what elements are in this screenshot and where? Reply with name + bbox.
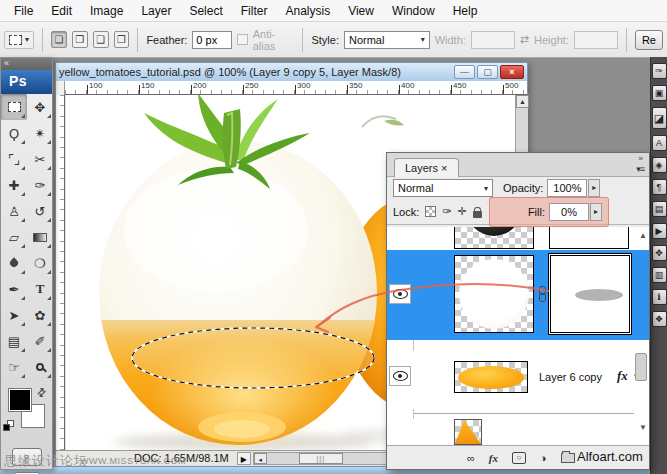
intersect-selection-button[interactable]: ❒ <box>114 31 130 48</box>
opacity-value[interactable]: 100% <box>547 179 587 197</box>
add-selection-button[interactable]: ❐ <box>72 31 88 48</box>
new-group-icon[interactable] <box>561 453 575 463</box>
zoom-tool[interactable] <box>27 354 53 380</box>
swatches-panel-icon[interactable]: ◪ <box>652 107 667 129</box>
menu-window[interactable]: Window <box>384 2 443 20</box>
layer-mask-thumbnail[interactable] <box>549 227 629 249</box>
panel-menu-icon[interactable]: ▾≡ <box>636 164 644 174</box>
actions-panel-icon[interactable]: ▶ <box>652 223 667 239</box>
blend-mode-dropdown[interactable]: Normal ▾ <box>393 179 493 197</box>
selected-layer-row[interactable] <box>387 250 649 340</box>
lock-all-icon[interactable] <box>473 211 482 218</box>
tool-preset-picker[interactable]: ▾ <box>4 31 34 49</box>
menu-select[interactable]: Select <box>181 2 230 20</box>
layer-thumbnail[interactable] <box>454 255 534 333</box>
gradient-tool[interactable] <box>27 224 53 250</box>
layer-thumbnail[interactable] <box>454 361 528 393</box>
swap-colors-icon[interactable]: ⇄ <box>34 385 50 401</box>
custom-shape-tool[interactable]: ✿ <box>27 302 53 328</box>
hand-tool[interactable]: ☞ <box>1 354 27 380</box>
healing-brush-tool[interactable]: ✚ <box>1 172 27 198</box>
dodge-tool[interactable]: ❍ <box>27 250 53 276</box>
move-tool[interactable]: ✥ <box>27 94 53 120</box>
new-selection-button[interactable]: ❏ <box>51 31 67 48</box>
scrollbar-thumb[interactable]: ||| <box>299 453 343 464</box>
layer6-row[interactable]: Layer 6 copy fx ▾ <box>387 351 649 409</box>
notes-tool[interactable]: ▤ <box>1 328 27 354</box>
slice-tool[interactable]: ✂ <box>27 146 53 172</box>
clone-stamp-tool[interactable]: ♙ <box>1 198 27 224</box>
scroll-left-icon[interactable]: ◂ <box>254 453 267 464</box>
character-panel-icon[interactable]: A <box>652 135 667 151</box>
adjustment-layer-icon[interactable]: ◑ <box>540 452 547 464</box>
menu-edit[interactable]: Edit <box>43 2 80 20</box>
layer-thumbnail[interactable] <box>454 227 534 249</box>
close-button[interactable]: × <box>500 65 524 79</box>
info-panel-icon[interactable]: ℹ <box>652 289 667 305</box>
minimize-button[interactable]: — <box>454 65 475 79</box>
foreground-color-swatch[interactable] <box>8 388 32 412</box>
navigator-panel-icon[interactable]: ✥ <box>652 245 667 261</box>
visibility-cell[interactable] <box>389 366 411 386</box>
lock-pixels-icon[interactable]: ✑ <box>442 205 451 218</box>
visibility-cell[interactable] <box>389 284 411 304</box>
layer-style-icon[interactable]: fx <box>489 452 498 464</box>
status-menu-arrow[interactable]: ▶ <box>237 452 251 465</box>
layer-row-partial-bottom[interactable] <box>387 419 649 445</box>
menu-layer[interactable]: Layer <box>133 2 179 20</box>
scroll-up-icon[interactable]: ▲ <box>516 95 529 108</box>
opacity-slider-arrow[interactable]: ▸ <box>588 179 600 197</box>
subtract-selection-button[interactable]: ❑ <box>93 31 109 48</box>
lock-transparency-icon[interactable] <box>425 206 436 217</box>
default-colors-icon[interactable] <box>3 420 15 432</box>
eraser-tool[interactable]: ▱ <box>1 224 27 250</box>
fill-slider-arrow[interactable]: ▸ <box>590 203 602 221</box>
clone-source-panel-icon[interactable]: ▣ <box>652 85 667 101</box>
layers-scrollbar[interactable]: ▲ ▼ <box>633 227 647 445</box>
refine-edge-button[interactable]: Re <box>635 30 663 50</box>
layers-tab[interactable]: Layers × <box>394 158 459 177</box>
lasso-tool[interactable]: Ϙ <box>1 120 27 146</box>
brushes-panel-icon[interactable]: ✑ <box>652 63 667 79</box>
style-dropdown[interactable]: Normal ▾ <box>344 31 430 49</box>
blur-tool[interactable] <box>1 250 27 276</box>
scroll-up-icon[interactable]: ▲ <box>639 231 647 240</box>
document-title-bar[interactable]: yellow_tomatoes_tutorial.psd @ 100% (Lay… <box>56 63 527 81</box>
layer-fx-badge[interactable]: fx <box>617 368 628 384</box>
menu-help[interactable]: Help <box>445 2 486 20</box>
toolbox-collapse-button[interactable]: « <box>1 58 52 70</box>
histogram-panel-icon[interactable]: ▥ <box>652 267 667 283</box>
magic-wand-tool[interactable]: ✴ <box>27 120 53 146</box>
rectangular-marquee-tool[interactable] <box>1 94 27 120</box>
maximize-button[interactable]: ▢ <box>477 65 498 79</box>
menu-view[interactable]: View <box>340 2 382 20</box>
menu-filter[interactable]: Filter <box>233 2 276 20</box>
brush-tool[interactable]: ✑ <box>27 172 53 198</box>
menu-file[interactable]: File <box>6 2 41 20</box>
layer-row-partial-top[interactable] <box>387 227 649 250</box>
scroll-down-icon[interactable]: ▼ <box>639 423 647 432</box>
fill-value[interactable]: 0% <box>549 203 589 221</box>
styles-panel-icon[interactable]: ◈ <box>652 157 667 173</box>
menu-analysis[interactable]: Analysis <box>277 2 338 20</box>
add-layer-mask-icon[interactable]: ○ <box>512 452 526 464</box>
path-selection-tool[interactable]: ➤ <box>1 302 27 328</box>
type-tool[interactable]: T <box>27 276 53 302</box>
link-layers-icon[interactable]: ∞ <box>467 452 475 464</box>
layer-thumbnail[interactable] <box>454 419 482 445</box>
layer-comps-panel-icon[interactable]: ▤ <box>652 201 667 217</box>
elliptical-selection[interactable] <box>132 328 374 388</box>
lock-position-icon[interactable]: ✛ <box>458 205 467 218</box>
antialias-checkbox[interactable] <box>237 34 247 45</box>
history-brush-tool[interactable]: ↺ <box>27 198 53 224</box>
layer-name[interactable]: Layer 6 copy <box>539 371 602 383</box>
eyedropper-tool[interactable]: ✐ <box>27 328 53 354</box>
panel-collapse-icon[interactable]: » <box>639 154 643 163</box>
color-panel-icon[interactable]: ❖ <box>652 311 667 327</box>
pen-tool[interactable]: ✒ <box>1 276 27 302</box>
scrollbar-thumb[interactable] <box>635 353 647 381</box>
layer-mask-thumbnail[interactable] <box>550 255 630 333</box>
crop-tool[interactable]: ⌜⌟ <box>1 146 27 172</box>
menu-image[interactable]: Image <box>82 2 131 20</box>
paragraph-panel-icon[interactable]: ¶ <box>652 179 667 195</box>
